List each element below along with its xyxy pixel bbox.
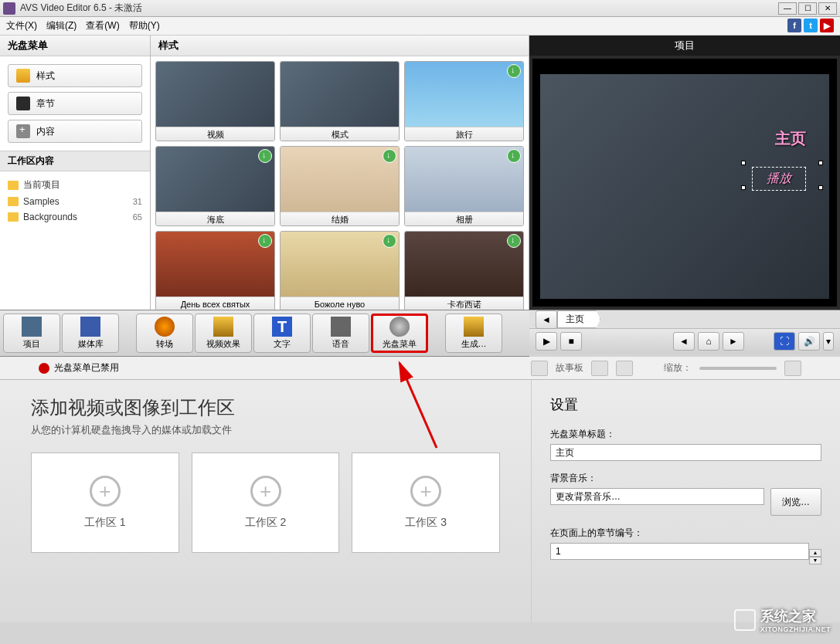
style-thumb (156, 147, 274, 212)
menu-file[interactable]: 文件(X) (6, 19, 37, 32)
style-thumb (281, 62, 399, 127)
preview-area[interactable]: 主页 播放 (532, 59, 837, 307)
next-button[interactable]: ► (723, 332, 744, 351)
folder-current[interactable]: 当前项目 (8, 176, 142, 194)
mic-icon (331, 317, 351, 337)
zoom-slider[interactable] (699, 367, 777, 370)
fullscreen-button[interactable]: ⛶ (774, 332, 795, 351)
title-label: 光盘菜单标题： (550, 428, 821, 441)
chapter-input[interactable] (550, 543, 809, 560)
media-icon (80, 317, 100, 337)
tool-transitions[interactable]: 转场 (136, 314, 193, 353)
plus-icon: + (90, 476, 121, 507)
minimize-button[interactable]: — (778, 2, 797, 15)
style-tile-mode[interactable]: 模式 (280, 61, 400, 141)
style-panel: 样式 视频 模式 旅行 海底 结婚 相册 День всех святых Бо… (151, 36, 529, 310)
style-tile-halloween[interactable]: День всех святых (155, 231, 275, 310)
style-thumb (156, 62, 274, 127)
maximize-button[interactable]: ☐ (798, 2, 817, 15)
style-tile-beaujolais[interactable]: Божоле нуво (280, 231, 400, 310)
selection-handle[interactable] (741, 161, 746, 165)
spin-up[interactable]: ▲ (809, 549, 821, 557)
download-badge-icon (507, 234, 521, 248)
tool-voice[interactable]: 语音 (312, 314, 369, 353)
tool-media-library[interactable]: 媒体库 (62, 314, 119, 353)
style-thumb (281, 147, 399, 212)
style-tile-undersea[interactable]: 海底 (155, 146, 275, 226)
tool-generate[interactable]: 生成… (445, 314, 502, 353)
zoom-label: 缩放： (664, 361, 692, 375)
youtube-icon[interactable]: ▶ (820, 19, 834, 32)
nav-row: ◄ 主页 (529, 310, 840, 329)
playback-row: ▶ ■ ◄ ⌂ ► ⛶ 🔊 ▾ (529, 329, 840, 354)
download-badge-icon (507, 149, 521, 163)
style-button[interactable]: 样式 (8, 64, 142, 87)
transition-icon (155, 317, 175, 337)
project-icon (22, 317, 42, 337)
browse-button[interactable]: 浏览… (770, 488, 821, 516)
work-box-2[interactable]: +工作区 2 (192, 452, 340, 553)
stop-button[interactable]: ■ (560, 332, 582, 351)
monitor-icon[interactable] (616, 361, 633, 376)
tool-text[interactable]: T文字 (253, 314, 311, 353)
download-badge-icon (258, 234, 272, 248)
style-thumb (156, 232, 274, 297)
fit-button[interactable] (784, 361, 801, 376)
style-tile-travel[interactable]: 旅行 (404, 61, 524, 141)
volume-dropdown[interactable]: ▾ (823, 332, 834, 351)
menu-edit[interactable]: 编辑(Z) (46, 19, 77, 32)
work-subtitle: 从您的计算机硬盘拖拽导入的媒体或加载文件 (31, 423, 500, 437)
tool-project[interactable]: 项目 (3, 314, 60, 353)
menu-view[interactable]: 查看(W) (86, 19, 119, 32)
folder-backgrounds[interactable]: Backgrounds65 (8, 209, 142, 225)
title-input[interactable] (550, 444, 821, 461)
chapter-button[interactable]: 章节 (8, 92, 142, 115)
facebook-icon[interactable]: f (787, 19, 801, 32)
folder-samples[interactable]: Samples31 (8, 194, 142, 209)
style-tile-video[interactable]: 视频 (155, 61, 275, 141)
disabled-icon (39, 363, 49, 374)
watermark-icon (734, 609, 756, 631)
tool-video-effects[interactable]: 视频效果 (195, 314, 252, 353)
tool-disc-menu[interactable]: 光盘菜单 (371, 314, 428, 353)
selection-handle[interactable] (818, 161, 823, 165)
lower-header: 光盘菜单已禁用 故事板 缩放： (0, 357, 840, 380)
preview-play-label[interactable]: 播放 (752, 167, 806, 191)
style-thumb (405, 147, 523, 212)
app-icon (3, 2, 15, 15)
twitter-icon[interactable]: t (804, 19, 818, 32)
titlebar: AVS Video Editor 6.5 - 未激活 — ☐ ✕ (0, 0, 840, 17)
style-tile-cappuccino[interactable]: 卡布西诺 (404, 231, 524, 310)
close-button[interactable]: ✕ (818, 2, 837, 15)
prev-button[interactable]: ◄ (673, 332, 695, 351)
spin-down[interactable]: ▼ (809, 557, 821, 564)
style-thumb (405, 232, 523, 297)
folder-list: 当前项目 Samples31 Backgrounds65 (0, 171, 150, 229)
content-button[interactable]: 内容 (8, 120, 142, 143)
work-box-3[interactable]: +工作区 3 (352, 452, 500, 553)
volume-button[interactable]: 🔊 (798, 332, 820, 351)
work-box-1[interactable]: +工作区 1 (31, 452, 179, 553)
nav-tab-home[interactable]: 主页 (557, 310, 600, 328)
content-icon (16, 124, 30, 138)
content-button-label: 内容 (36, 125, 55, 138)
style-tile-wedding[interactable]: 结婚 (280, 146, 400, 226)
chapter-button-label: 章节 (36, 97, 55, 110)
style-tile-album[interactable]: 相册 (404, 146, 524, 226)
menu-help[interactable]: 帮助(Y) (129, 19, 160, 32)
music-input[interactable] (550, 488, 764, 505)
play-button[interactable]: ▶ (536, 332, 557, 351)
selection-handle[interactable] (818, 185, 823, 190)
style-thumb (405, 62, 523, 127)
storyboard-toggle-icon[interactable] (531, 361, 548, 376)
settings-panel: 设置 光盘菜单标题： 背景音乐： 浏览… 在页面上的章节编号： ▲ ▼ (531, 380, 840, 622)
nav-back-button[interactable]: ◄ (536, 310, 557, 329)
home-button[interactable]: ⌂ (698, 332, 719, 351)
camera-icon[interactable] (591, 361, 608, 376)
style-thumb (281, 232, 399, 297)
style-button-label: 样式 (36, 69, 55, 83)
selection-handle[interactable] (741, 185, 746, 190)
settings-header: 设置 (550, 395, 821, 414)
preview-main-label[interactable]: 主页 (775, 128, 806, 149)
effects-icon (213, 317, 233, 337)
